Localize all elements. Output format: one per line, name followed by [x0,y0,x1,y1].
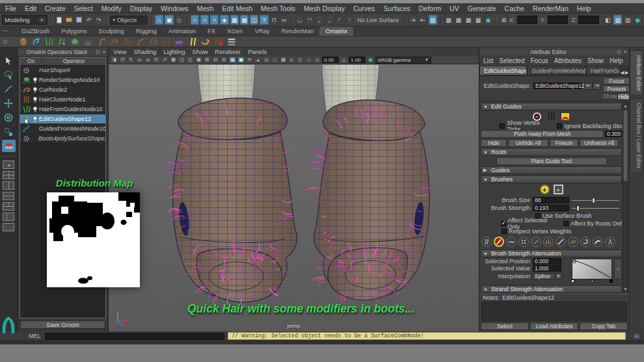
move-tool-icon[interactable] [2,97,16,109]
layout-custom-icon[interactable] [3,223,14,231]
script-editor-icon[interactable]: ≡ [632,332,641,340]
shelf-tab-xgen[interactable]: XGen [221,27,248,36]
vp-menu-renderer[interactable]: Renderer [215,48,241,55]
ramp-widget[interactable] [572,259,612,279]
xray-icon[interactable]: ▫ [305,57,312,63]
isolate-select-icon[interactable]: ▯ [297,57,304,63]
roller-stack-icon[interactable] [226,37,236,47]
depth-of-field-icon[interactable]: ◐ [288,57,295,63]
ae-menu-list[interactable]: List [483,57,494,64]
camera-attributes-icon[interactable]: ✎ [127,57,135,63]
red-arrow-strands-icon[interactable] [213,37,223,47]
lasso-tool-icon[interactable] [2,68,16,81]
display-layer-icon[interactable]: ◉ [484,15,492,25]
hair-render-mode-icon[interactable] [561,112,570,121]
save-scene-icon[interactable] [75,15,83,25]
sidebar-attribute-editor-icon[interactable]: ▤ [613,15,622,25]
view-transform-icon[interactable]: ◉ [367,57,374,63]
menu-select[interactable]: Select [74,5,93,12]
visibility-bulb-icon[interactable] [31,96,39,103]
scale-tool-icon[interactable] [2,125,16,138]
grass-guides-icon[interactable] [44,37,54,47]
shelf-tab-animation[interactable]: Animation [163,27,202,36]
snap-grid-icon[interactable]: ∩ [191,15,199,25]
mel-label[interactable]: MEL [29,333,42,339]
menu-windows[interactable]: Windows [161,5,189,12]
compound-out-icon[interactable]: ⇥ [593,83,601,90]
shelf-tab-renderman[interactable]: RenderMan [276,27,320,36]
2d-pan-zoom-icon[interactable]: ⇱ [153,57,160,63]
yellow-strands-icon[interactable] [187,37,197,47]
grease-pencil-icon[interactable]: ✐ [161,57,168,63]
brush-circle-mode-icon[interactable]: + [540,185,550,194]
ae-menu-help[interactable]: Help [610,57,623,64]
menu-mesh-display[interactable]: Mesh Display [304,5,345,12]
visibility-bulb-icon[interactable] [31,116,39,123]
construction-curve-icon-2[interactable]: ◠ [305,15,314,25]
vertical-scrollbar[interactable]: ▲ ▼ [623,102,628,292]
save-groom-button[interactable]: Save Groom [20,320,105,329]
sidebar-modeling-toolkit-icon[interactable]: ◧ [604,15,612,25]
sidebar-tool-settings-icon[interactable]: ▥ [623,15,632,25]
mel-input[interactable] [45,333,224,340]
chevron-down-icon[interactable]: ▼ [555,273,562,279]
operator-row-hairfromguides[interactable]: HairFromGuidesNode10 [20,105,105,114]
shelf-popup-icon[interactable] [3,40,7,44]
vp-menu-panels[interactable]: Panels [248,48,267,55]
bend-arc-icon[interactable] [135,37,145,47]
panel-in-icon[interactable]: ⇥ [409,15,417,25]
ignore-backfacing-checkbox[interactable] [557,123,562,129]
panel-close-icon[interactable]: ✕ [623,49,627,55]
shelf-tab-ornatrix[interactable]: Ornatrix [319,27,353,36]
operator-row-curl[interactable]: CurlNode2 [20,85,105,95]
guides-curl-icon[interactable] [31,37,41,47]
hide-guides-button[interactable]: Hide [481,139,507,147]
ramp-handle-right[interactable] [610,279,613,283]
menu-cache[interactable]: Cache [505,5,524,12]
image-plane-icon[interactable]: ▭ [144,57,152,63]
operator-row-editguides-selected[interactable]: EditGuidesShape12 [20,114,105,124]
construction-curve-icon-4[interactable]: ◞ [325,15,334,25]
snap-point-icon[interactable]: ∩ [210,15,219,25]
highlight-selection-icon[interactable]: ▥ [429,15,437,25]
plant-guide-tool-button[interactable]: Plant Guide Tool [496,157,607,165]
section-brushes[interactable]: ▼Brushes [481,175,622,183]
respect-vertex-weights-checkbox[interactable] [502,229,507,234]
double-curl-icon[interactable] [161,37,171,47]
scroll-down-icon[interactable]: ▼ [624,286,628,292]
ramp-handle-mid[interactable] [591,279,594,283]
grid-icon[interactable]: ▦ [170,57,177,63]
menu-create[interactable]: Create [45,5,66,12]
notes-text-area[interactable] [481,302,627,321]
shelf-tab-vray[interactable]: VRay [248,27,275,36]
spread-brush-icon[interactable] [518,237,529,247]
vp-menu-lighting[interactable]: Lighting [163,48,185,55]
safe-action-icon[interactable]: ⊡ [212,57,219,63]
snap-view-plane-icon[interactable]: ▦ [230,15,239,25]
redo-icon[interactable]: ↷ [94,15,103,25]
vp-menu-show[interactable]: Show [193,48,208,55]
motion-blur-icon[interactable]: ◌ [271,57,278,63]
strands-icon[interactable] [122,37,132,47]
curl-brush-icon[interactable] [593,237,603,247]
lock-icon[interactable]: ⊓ [270,15,278,25]
push-away-from-mesh-button[interactable]: Push Away From Mesh [481,130,604,138]
selected-value-input[interactable]: 1.000 [533,265,561,272]
tabs-scroll-left-icon[interactable]: ◀ [620,70,624,75]
textured-icon[interactable]: ◉ [237,57,245,63]
menu-edit-mesh[interactable]: Edit Mesh [222,5,252,12]
brush-square-mode-icon[interactable]: + [554,185,563,194]
ramp-expand-button[interactable]: › [614,259,622,279]
shelf-tab-polygons[interactable]: Polygons [55,27,92,36]
select-button[interactable]: Select [481,322,529,330]
paint-select-tool-icon[interactable] [2,83,16,95]
curl-hair-icon[interactable] [109,37,119,47]
shelf-tab-fx[interactable]: FX [202,27,221,36]
attribute-editor-vertical-tab[interactable]: Attribute Editor [630,50,643,96]
unfreeze-all-button[interactable]: Unfreeze All [580,139,619,147]
menu-surfaces[interactable]: Surfaces [383,5,410,12]
wireframe-on-shaded-icon[interactable]: ◍ [229,57,236,63]
surface-comb-brush-icon[interactable] [494,237,504,247]
make-live-icon[interactable]: ▩ [240,15,248,25]
moov-creature-icon[interactable] [70,37,80,47]
